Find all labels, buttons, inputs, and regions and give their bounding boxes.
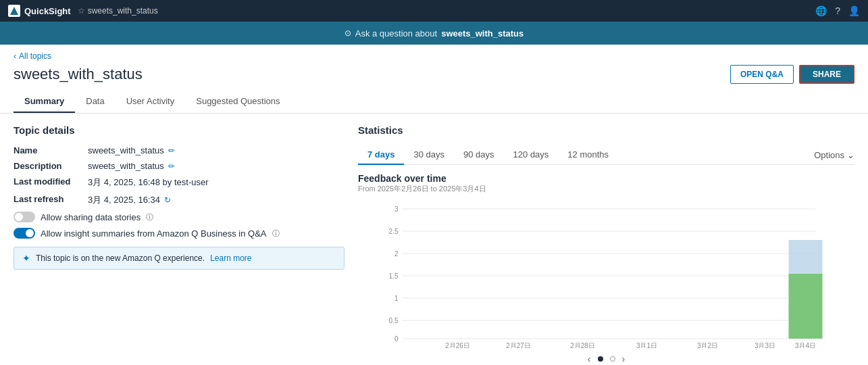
- name-value-text: sweets_with_status: [88, 145, 164, 155]
- svg-rect-21: [789, 240, 823, 274]
- content-area: Topic details Name sweets_with_status ✏ …: [0, 114, 868, 365]
- options-button[interactable]: Options ⌄: [814, 150, 854, 160]
- toggle-sharing[interactable]: [14, 212, 35, 222]
- share-button[interactable]: SHARE: [799, 65, 854, 84]
- globe-icon[interactable]: 🌐: [815, 5, 827, 16]
- svg-text:3月3日: 3月3日: [755, 342, 775, 348]
- toggle-insights-label: Allow insight summaries from Amazon Q Bu…: [41, 228, 267, 239]
- toggle-insights-row: Allow insight summaries from Amazon Q Bu…: [14, 228, 344, 239]
- notice-link[interactable]: Learn more: [210, 253, 251, 263]
- open-qa-button[interactable]: OPEN Q&A: [730, 65, 794, 84]
- main-container: ‹ All topics sweets_with_status OPEN Q&A…: [0, 45, 868, 365]
- refresh-icon[interactable]: ↻: [164, 195, 171, 205]
- top-navigation: QuickSight ☆ sweets_with_status 🌐 ? 👤: [0, 0, 868, 22]
- toggle-insights[interactable]: [14, 228, 35, 239]
- svg-text:2月26日: 2月26日: [445, 342, 470, 348]
- logo-text: QuickSight: [24, 6, 71, 16]
- topic-details-panel: Topic details Name sweets_with_status ✏ …: [14, 124, 344, 364]
- svg-text:3月2日: 3月2日: [697, 342, 718, 348]
- header-buttons: OPEN Q&A SHARE: [730, 65, 854, 84]
- tab-summary[interactable]: Summary: [14, 91, 75, 113]
- ask-bar[interactable]: ⊙ Ask a question about sweets_with_statu…: [0, 22, 868, 45]
- page-header: ‹ All topics sweets_with_status OPEN Q&A…: [0, 45, 868, 114]
- svg-text:1: 1: [394, 295, 399, 302]
- description-row: Description sweets_with_status ✏: [14, 161, 344, 171]
- tab-suggested-questions[interactable]: Suggested Questions: [185, 91, 290, 113]
- last-modified-label: Last modified: [14, 176, 88, 187]
- svg-text:0: 0: [394, 335, 399, 343]
- tab-data[interactable]: Data: [75, 91, 115, 113]
- toggle-sharing-row: Allow sharing data stories ⓘ: [14, 212, 344, 222]
- quicksight-logo: QuickSight: [8, 5, 71, 17]
- next-page-arrow[interactable]: ›: [622, 354, 626, 364]
- nav-right-icons: 🌐 ? 👤: [815, 5, 860, 16]
- time-tab-12months[interactable]: 12 months: [558, 145, 618, 165]
- notice-text: This topic is on the new Amazon Q experi…: [36, 253, 205, 263]
- description-value-text: sweets_with_status: [88, 161, 164, 171]
- options-chevron: ⌄: [847, 150, 854, 160]
- chart-subtitle: From 2025年2月26日 to 2025年3月4日: [358, 184, 854, 194]
- time-tab-120days[interactable]: 120 days: [504, 145, 559, 165]
- last-refresh-row: Last refresh 3月 4, 2025, 16:34 ↻: [14, 194, 344, 206]
- chart-area: 3 2.5 2 1.5 1 0.5 0 2月26日: [358, 199, 854, 348]
- page-dot-2[interactable]: [610, 356, 615, 362]
- name-value: sweets_with_status ✏: [88, 145, 175, 155]
- name-row: Name sweets_with_status ✏: [14, 145, 344, 155]
- options-label: Options: [814, 150, 844, 160]
- svg-rect-22: [789, 274, 823, 339]
- time-tab-30days[interactable]: 30 days: [404, 145, 454, 165]
- page-dot-1[interactable]: [598, 356, 603, 362]
- nav-topic-name: sweets_with_status: [88, 6, 158, 16]
- svg-text:2月27日: 2月27日: [506, 342, 531, 348]
- star-icon: ☆: [78, 6, 85, 16]
- last-refresh-value-text: 3月 4, 2025, 16:34: [88, 194, 160, 206]
- last-refresh-value: 3月 4, 2025, 16:34 ↻: [88, 194, 171, 206]
- time-filter-tabs: 7 days 30 days 90 days 120 days 12 month…: [358, 145, 618, 164]
- last-modified-value: 3月 4, 2025, 16:48 by test-user: [88, 176, 209, 189]
- name-edit-icon[interactable]: ✏: [168, 146, 175, 155]
- page-title: sweets_with_status: [14, 66, 143, 83]
- toggle-insights-info[interactable]: ⓘ: [272, 228, 280, 239]
- statistics-panel: Statistics 7 days 30 days 90 days 120 da…: [358, 124, 854, 364]
- statistics-title: Statistics: [358, 124, 854, 136]
- description-label: Description: [14, 161, 88, 171]
- breadcrumb-nav: ☆ sweets_with_status: [78, 6, 158, 16]
- help-icon[interactable]: ?: [835, 5, 840, 16]
- chart-header: Feedback over time From 2025年2月26日 to 20…: [358, 173, 854, 194]
- time-tab-7days[interactable]: 7 days: [358, 145, 404, 165]
- svg-text:3: 3: [394, 205, 399, 213]
- last-refresh-label: Last refresh: [14, 194, 88, 204]
- ask-bar-topic[interactable]: sweets_with_status: [441, 28, 524, 39]
- svg-text:1.5: 1.5: [389, 272, 399, 280]
- svg-text:2.5: 2.5: [389, 228, 399, 235]
- back-link[interactable]: ‹ All topics: [14, 51, 854, 61]
- time-filter-bar: 7 days 30 days 90 days 120 days 12 month…: [358, 145, 854, 165]
- chart-pagination: ‹ ›: [358, 354, 854, 364]
- back-arrow: ‹: [14, 51, 16, 61]
- back-label: All topics: [19, 51, 51, 61]
- page-tabs: Summary Data User Activity Suggested Que…: [14, 91, 854, 113]
- feedback-chart: 3 2.5 2 1.5 1 0.5 0 2月26日: [358, 199, 854, 348]
- chart-title: Feedback over time: [358, 173, 854, 184]
- ask-icon: ⊙: [344, 28, 351, 38]
- description-value: sweets_with_status ✏: [88, 161, 175, 171]
- toggle-sharing-label: Allow sharing data stories: [41, 212, 141, 222]
- logo-icon: [8, 5, 20, 17]
- svg-text:2: 2: [394, 250, 399, 258]
- tab-user-activity[interactable]: User Activity: [116, 91, 186, 113]
- time-tab-90days[interactable]: 90 days: [454, 145, 504, 165]
- description-edit-icon[interactable]: ✏: [168, 162, 175, 171]
- user-icon[interactable]: 👤: [848, 5, 860, 16]
- prev-page-arrow[interactable]: ‹: [588, 354, 591, 364]
- svg-text:3月4日: 3月4日: [795, 342, 816, 348]
- svg-text:3月1日: 3月1日: [636, 342, 657, 348]
- svg-text:2月28日: 2月28日: [570, 342, 595, 348]
- name-label: Name: [14, 145, 88, 155]
- svg-text:0.5: 0.5: [389, 317, 399, 324]
- last-modified-row: Last modified 3月 4, 2025, 16:48 by test-…: [14, 176, 344, 189]
- topic-details-title: Topic details: [14, 124, 344, 136]
- notice-icon: ✦: [22, 253, 30, 264]
- notice-box: ✦ This topic is on the new Amazon Q expe…: [14, 247, 344, 270]
- toggle-sharing-info[interactable]: ⓘ: [146, 212, 153, 222]
- ask-bar-prefix: Ask a question about: [355, 28, 437, 39]
